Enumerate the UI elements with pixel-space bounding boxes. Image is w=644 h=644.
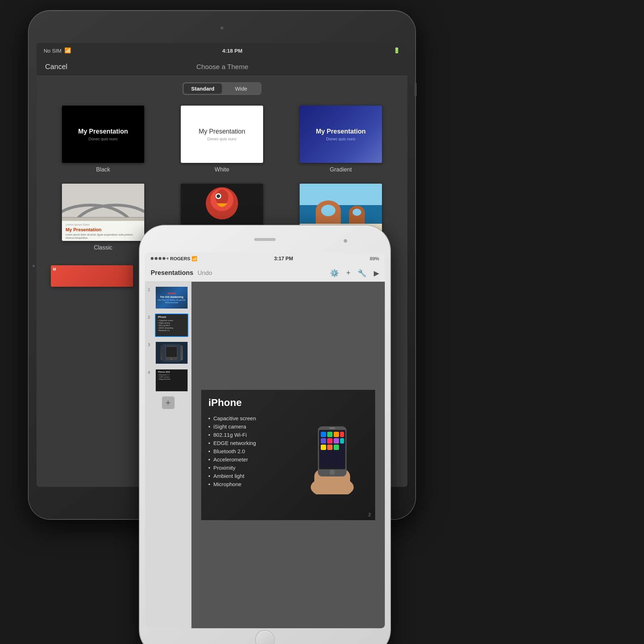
bullet-2: 802.11g Wi-Fi (208, 431, 296, 439)
slide1-bg: iWorld The iOS Awakening How Touch ID, R… (156, 287, 188, 309)
svg-rect-4 (62, 218, 144, 221)
iphone-status-bar: ROGERS 📶 3:17 PM 89% (145, 252, 385, 265)
iphone-speaker (254, 238, 276, 241)
slide1-logo: iWorld (168, 292, 176, 295)
theme-classic-thumbnail: Lorem ipsum Dolor My Presentation Lorem … (62, 184, 144, 241)
slide-number-2: 2 (148, 315, 153, 319)
slide-thumb-1[interactable]: iWorld The iOS Awakening How Touch ID, R… (155, 286, 188, 309)
slide-item-2[interactable]: 2 iPhone • Capacitive screen • iSight ca… (145, 312, 191, 338)
slide-page-number: 2 (368, 512, 371, 517)
slide2-item: • Bluetooth 2.0 (158, 329, 185, 331)
svg-point-10 (217, 194, 220, 198)
wrench-icon[interactable]: 🔧 (358, 269, 367, 277)
slide-thumb-3[interactable] (155, 341, 188, 364)
slide-number-3: 3 (148, 343, 153, 347)
ipad-left-camera (33, 265, 35, 267)
cancel-button[interactable]: Cancel (45, 63, 67, 71)
classic-lorem: Lorem ipsum Dolor (66, 223, 141, 226)
signal-dot-1 (151, 257, 154, 260)
svg-rect-11 (300, 184, 382, 209)
slide-thumb-4[interactable]: iPhone 3GS • Bluetooth 2.1• 3 MP camera•… (155, 369, 188, 392)
svg-point-15 (321, 205, 335, 216)
iphone-nav-bar: Presentations Undo ⚙️ + 🔧 ▶ (145, 265, 385, 282)
slide3-img (160, 345, 183, 360)
svg-rect-44 (329, 427, 335, 429)
slide3-bg (156, 342, 188, 364)
svg-rect-41 (321, 445, 326, 450)
svg-rect-39 (334, 438, 339, 444)
slide-thumb-2[interactable]: iPhone • Capacitive screen • iSight came… (155, 314, 188, 337)
slide2-item: • 802.11g Wi-Fi (158, 324, 185, 326)
ipad-camera (221, 26, 223, 29)
battery-icon: 🔋 (393, 47, 400, 53)
classic-body: Lorem ipsum dolor sit amet, ligula suspe… (66, 233, 141, 239)
format-segment-control[interactable]: Standard Wide (183, 82, 261, 95)
gradient-sub: Donec quis nunc (326, 137, 355, 141)
svg-rect-43 (334, 445, 339, 450)
iphone-time: 3:17 PM (274, 256, 293, 261)
slide-item-3[interactable]: 3 (145, 340, 191, 366)
slide-item-1[interactable]: 1 iWorld The iOS Awakening How Touch ID,… (145, 285, 191, 311)
iphone-wifi-icon: 📶 (192, 256, 197, 261)
classic-pres-title: My Presentation (66, 227, 141, 232)
add-slide-button[interactable]: + (162, 396, 175, 409)
carrier-label: No SIM (44, 48, 62, 54)
signal-dot-3 (159, 257, 161, 260)
undo-button[interactable]: Undo (198, 270, 212, 277)
theme-bold-partial[interactable]: M (51, 265, 133, 287)
main-slide: iPhone Capacitive screen iSight camera 8… (201, 390, 375, 520)
svg-rect-0 (62, 184, 144, 221)
main-slide-left: iPhone Capacitive screen iSight camera 8… (208, 397, 296, 513)
theme-gradient[interactable]: My Presentation Donec quis nunc Gradient (289, 106, 393, 173)
iphone-device: ROGERS 📶 3:17 PM 89% Presentations Undo … (140, 226, 390, 644)
slide2-item: • Capacitive screen (158, 319, 185, 321)
svg-point-27 (171, 358, 172, 360)
wide-button[interactable]: Wide (222, 83, 260, 94)
ipad-status-bar: No SIM 📶 4:18 PM 🔋 (37, 43, 407, 58)
ipad-nav-bar: Cancel Choose a Theme (37, 58, 407, 76)
theme-white[interactable]: My Presentation Donec quis nunc White (170, 106, 274, 173)
status-left: No SIM 📶 (44, 47, 71, 54)
bullet-1: iSight camera (208, 422, 296, 431)
classic-text: Lorem ipsum Dolor My Presentation Lorem … (62, 221, 144, 241)
add-icon[interactable]: + (346, 269, 350, 277)
svg-point-45 (329, 469, 335, 475)
signal-dot-2 (155, 257, 158, 260)
theme-black[interactable]: My Presentation Donec quis nunc Black (51, 106, 155, 173)
standard-button[interactable]: Standard (184, 83, 222, 94)
bullet-0: Capacitive screen (208, 414, 296, 422)
slide-item-4[interactable]: 4 iPhone 3GS • Bluetooth 2.1• 3 MP camer… (145, 367, 191, 393)
nav-icons: ⚙️ + 🔧 ▶ (330, 269, 379, 277)
slide-number-4: 4 (148, 370, 153, 374)
theme-classic[interactable]: Lorem ipsum Dolor My Presentation Lorem … (51, 184, 155, 251)
white-sub: Donec quis nunc (207, 137, 237, 141)
slide2-item: • EDGE networking (158, 327, 185, 329)
play-icon[interactable]: ▶ (374, 269, 379, 277)
svg-rect-35 (334, 432, 339, 437)
theme-white-thumbnail: My Presentation Donec quis nunc (181, 106, 263, 163)
ipad-volume-button[interactable] (415, 82, 417, 97)
svg-rect-36 (340, 432, 344, 437)
signal-dot-4 (163, 257, 165, 260)
tools-icon[interactable]: ⚙️ (330, 269, 339, 277)
carrier-name: ROGERS (170, 256, 190, 261)
slide4-bg: iPhone 3GS • Bluetooth 2.1• 3 MP camera•… (156, 369, 188, 391)
slide2-bullets: • Capacitive screen • iSight camera • 80… (158, 319, 185, 331)
iphone-content: 1 iWorld The iOS Awakening How Touch ID,… (145, 282, 385, 628)
main-slide-area: iPhone Capacitive screen iSight camera 8… (192, 282, 385, 628)
gradient-label: Gradient (330, 166, 352, 173)
slide-panel: 1 iWorld The iOS Awakening How Touch ID,… (145, 282, 192, 628)
main-slide-title: iPhone (208, 397, 296, 408)
presentations-button[interactable]: Presentations (151, 269, 193, 277)
svg-rect-37 (321, 438, 326, 444)
svg-rect-42 (327, 445, 333, 450)
black-title: My Presentation (78, 128, 128, 135)
iphone-home-button[interactable] (255, 630, 275, 644)
signal-dot-5 (166, 257, 169, 260)
classic-bridge-img (62, 184, 144, 221)
theme-black-thumbnail: My Presentation Donec quis nunc (62, 106, 144, 163)
bullet-4: Bluetooth 2.0 (208, 447, 296, 455)
svg-rect-26 (166, 347, 177, 357)
bullet-7: Ambient light (208, 472, 296, 480)
parrot-image (181, 184, 263, 227)
